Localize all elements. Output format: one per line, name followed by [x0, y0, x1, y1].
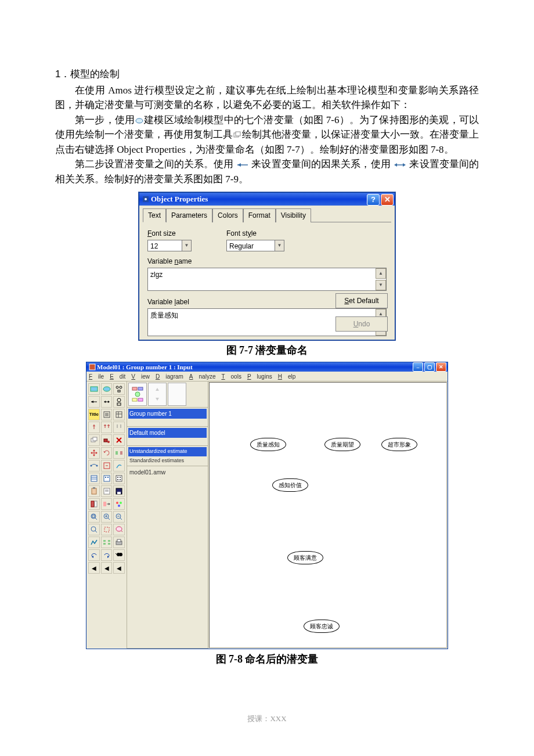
bayesian-tool-icon[interactable] — [88, 537, 100, 548]
move-tool-icon[interactable] — [101, 434, 113, 446]
loupe-tool-icon[interactable] — [113, 524, 125, 535]
svg-rect-89 — [103, 540, 106, 542]
svg-rect-90 — [108, 540, 110, 542]
svg-rect-44 — [120, 451, 122, 455]
list-tool-icon[interactable] — [101, 409, 113, 420]
preserve-sym-tool-icon[interactable] — [113, 498, 125, 510]
data-file-tool-icon[interactable] — [88, 473, 100, 484]
multigroup-tool-icon[interactable] — [101, 537, 113, 548]
set-default-button[interactable]: Set Default — [335, 293, 388, 308]
menu-analyze[interactable]: Analyze — [189, 372, 216, 381]
menu-tools[interactable]: Tools — [221, 372, 241, 381]
tab-format[interactable]: Format — [243, 208, 276, 222]
path-diagram-icon[interactable] — [128, 383, 147, 406]
copy-diagram-icon[interactable] — [168, 383, 186, 406]
text-output-tool-icon[interactable] — [101, 485, 113, 497]
drag-prop-tool-icon[interactable] — [101, 498, 113, 510]
file-name[interactable]: model01.amw — [128, 467, 207, 477]
fit-page-tool-icon[interactable] — [101, 524, 113, 535]
resize-tool-icon[interactable] — [88, 447, 100, 459]
ellipse-tool-icon[interactable] — [101, 383, 113, 395]
font-style-combo[interactable]: Regular ▼ — [226, 240, 284, 251]
maximize-button[interactable]: ▢ — [424, 362, 435, 372]
move-param-tool-icon[interactable] — [88, 460, 100, 471]
spec-search-tool-icon[interactable] — [113, 549, 125, 561]
indicator-tool-icon[interactable] — [113, 383, 125, 395]
nav-right-tool-icon[interactable]: ◀ — [113, 562, 125, 574]
print-tool-icon[interactable] — [113, 537, 125, 548]
calculate-tool-icon[interactable] — [113, 473, 125, 484]
tab-visibility[interactable]: Visibility — [276, 208, 311, 222]
model-canvas[interactable]: 质量感知 质量期望 超市形象 感知价值 顾客满意 顾客忠诚 — [209, 382, 447, 648]
close-button[interactable]: ✕ — [436, 362, 446, 372]
latent-customer-loyalty[interactable]: 顾客忠诚 — [304, 620, 340, 633]
title-tool-icon[interactable]: Title — [88, 409, 100, 420]
latent-quality-expectation[interactable]: 质量期望 — [324, 438, 360, 451]
tab-parameters[interactable]: Parameters — [166, 208, 212, 222]
menu-plugins[interactable]: Plugins — [247, 372, 272, 381]
menu-edit[interactable]: Edit — [110, 372, 125, 381]
menu-diagram[interactable]: Diagram — [156, 372, 183, 381]
single-arrow-tool-icon[interactable] — [88, 396, 100, 408]
model-box[interactable]: Default model — [127, 427, 208, 446]
estimate-option[interactable]: Standardized estimates — [128, 456, 207, 466]
tab-text[interactable]: Text — [143, 208, 166, 222]
file-box[interactable]: model01.amw — [127, 466, 208, 649]
copy-tool-icon[interactable] — [88, 434, 100, 446]
scroll-down-icon[interactable]: ▼ — [376, 280, 386, 290]
estimate-box[interactable]: Unstandardized estimate Standardized est… — [127, 446, 208, 466]
menu-help[interactable]: Help — [278, 372, 296, 381]
help-button[interactable]: ? — [367, 194, 380, 206]
menu-view[interactable]: View — [131, 372, 150, 381]
group-selected[interactable]: Group number 1 — [128, 409, 207, 419]
font-style-value[interactable]: Regular — [226, 240, 275, 251]
zoom-in-tool-icon[interactable] — [101, 511, 113, 523]
rotate-tool-icon[interactable] — [101, 447, 113, 459]
group-box[interactable]: Group number 1 — [127, 408, 208, 427]
latent-perceived-value[interactable]: 感知价值 — [272, 478, 308, 492]
touch-up-tool-icon[interactable] — [113, 460, 125, 471]
analysis-prop-tool-icon[interactable] — [101, 473, 113, 484]
spreadsheet-tool-icon[interactable] — [113, 409, 125, 420]
estimate-selected[interactable]: Unstandardized estimate — [128, 447, 207, 456]
variable-name-field[interactable]: zlgz ▲ ▼ — [147, 268, 387, 291]
single-arrow-icon — [236, 162, 249, 168]
scroll-tool-icon[interactable] — [101, 460, 113, 471]
zoom-page-tool-icon[interactable] — [88, 524, 100, 535]
latent-store-image[interactable]: 超市形象 — [381, 438, 417, 451]
delete-tool-icon[interactable] — [113, 434, 125, 446]
menu-file[interactable]: File — [89, 372, 104, 381]
clipboard-tool-icon[interactable] — [88, 485, 100, 497]
redo-tool-icon[interactable] — [101, 549, 113, 561]
reflect-tool-icon[interactable] — [113, 447, 125, 459]
save-tool-icon[interactable] — [113, 485, 125, 497]
dropdown-icon[interactable]: ▼ — [182, 240, 192, 251]
amos-titlebar[interactable]: Model01 : Group number 1 : Input – ▢ ✕ — [86, 362, 448, 372]
undo-tool-icon[interactable] — [88, 549, 100, 561]
zoom-select-tool-icon[interactable] — [88, 511, 100, 523]
svg-rect-105 — [138, 398, 143, 401]
minimize-button[interactable]: – — [413, 362, 423, 372]
zoom-out-tool-icon[interactable] — [113, 511, 125, 523]
rect-tool-icon[interactable] — [88, 383, 100, 395]
latent-quality-perception[interactable]: 质量感知 — [250, 438, 286, 451]
undo-button[interactable]: Undo — [335, 316, 388, 332]
nav-left-tool-icon[interactable]: ◀ — [88, 562, 100, 574]
tab-colors[interactable]: Colors — [212, 208, 243, 222]
deselect-tool-icon[interactable] — [113, 422, 125, 433]
dialog-titlebar[interactable]: Object Properties ? ✕ — [139, 193, 395, 206]
scroll-up-icon[interactable]: ▲ — [376, 268, 386, 279]
nav-up-tool-icon[interactable]: ◀ — [101, 562, 113, 574]
dropdown-icon[interactable]: ▼ — [275, 240, 284, 251]
select-tool-icon[interactable] — [88, 422, 100, 433]
object-prop-tool-icon[interactable] — [88, 498, 100, 510]
select-all-tool-icon[interactable] — [101, 422, 113, 433]
model-selected[interactable]: Default model — [128, 428, 207, 438]
latent-customer-satisfaction[interactable]: 顾客满意 — [287, 551, 323, 564]
double-arrow-tool-icon[interactable] — [101, 396, 113, 408]
error-var-tool-icon[interactable] — [113, 396, 125, 408]
font-size-combo[interactable]: 12 ▼ — [147, 240, 192, 251]
font-size-value[interactable]: 12 — [147, 240, 182, 251]
close-button[interactable]: ✕ — [381, 194, 394, 206]
view-output-icon[interactable] — [148, 383, 167, 406]
